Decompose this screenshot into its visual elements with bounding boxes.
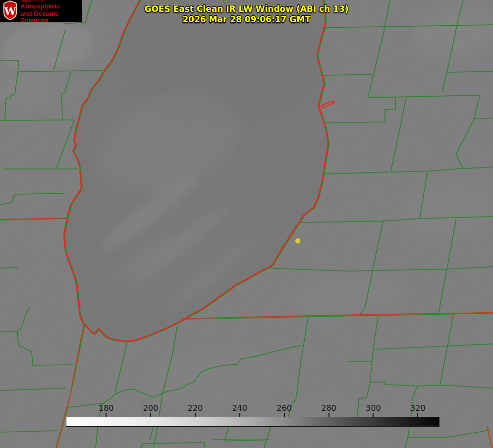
logo-text: Department of Atmospheric and Oceanic Sc…: [20, 0, 82, 23]
image-noise-overlay: [0, 0, 493, 448]
colorbar-tick: [106, 413, 107, 417]
colorbar-tick: [284, 413, 285, 417]
satellite-image-viewport: W Department of Atmospheric and Oceanic …: [0, 0, 493, 448]
colorbar-tick: [329, 413, 329, 417]
colorbar-tick-label: 300: [358, 403, 388, 413]
uw-crest-icon: W: [2, 0, 18, 23]
colorbar-tick-label: 220: [180, 403, 210, 413]
colorbar-tick: [373, 413, 374, 417]
logo-dept-line1: Atmospheric: [20, 3, 82, 9]
colorbar-tick-label: 280: [314, 403, 344, 413]
uw-aos-logo: W Department of Atmospheric and Oceanic …: [0, 0, 82, 22]
colorbar-tick: [195, 413, 196, 417]
colorbar-tick-label: 180: [91, 403, 121, 413]
logo-dept-line2: and Oceanic Sciences: [20, 10, 82, 23]
satellite-map: [0, 0, 493, 448]
temperature-colorbar: [66, 417, 439, 427]
colorbar-tick-label: 200: [136, 403, 165, 413]
colorbar-tick: [150, 413, 151, 417]
colorbar-tick-label: 260: [270, 403, 299, 413]
svg-text:W: W: [4, 5, 16, 17]
colorbar-tick: [417, 413, 418, 417]
colorbar-tick-label: 240: [225, 403, 255, 413]
colorbar-tick: [239, 413, 240, 417]
colorbar-tick-label: 320: [403, 403, 433, 413]
